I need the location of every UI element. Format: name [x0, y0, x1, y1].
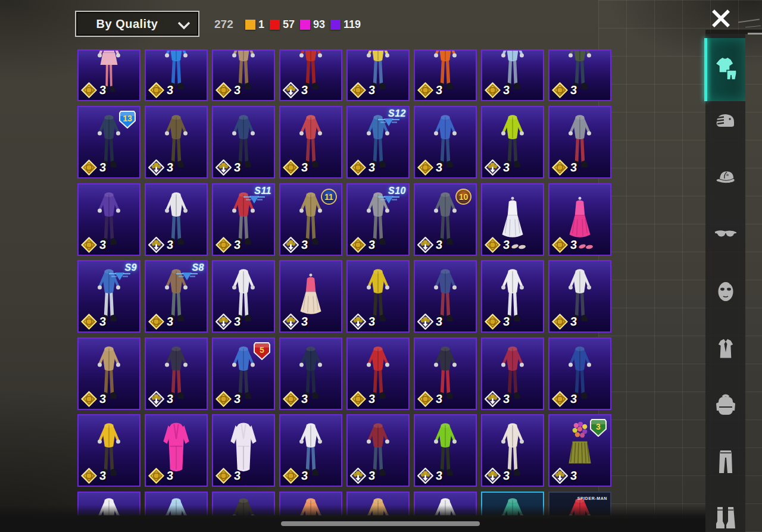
item-card[interactable]: 3 S9 [77, 260, 140, 333]
item-card[interactable]: 3 [346, 414, 410, 487]
item-card[interactable]: 3 [145, 106, 208, 179]
gold-coin-icon [283, 391, 299, 407]
item-card[interactable]: 3 [414, 414, 477, 487]
item-card[interactable]: 3 [414, 260, 477, 333]
item-cost: 3 [485, 237, 510, 253]
item-card[interactable]: 3 [548, 49, 611, 101]
item-count: 3 [99, 83, 107, 97]
item-card[interactable]: 3 [145, 337, 208, 410]
item-count: 3 [570, 238, 577, 252]
item-card[interactable]: 3 5 [212, 337, 275, 410]
sidebar-tab-glasses[interactable] [705, 214, 745, 256]
gold-coin-icon [552, 159, 568, 176]
item-card[interactable]: 3 [212, 260, 275, 333]
gold-coin-icon [485, 82, 501, 98]
item-card[interactable]: 3 [481, 337, 544, 410]
item-card[interactable]: 310 [414, 183, 477, 256]
item-count: 3 [166, 392, 174, 406]
item-card[interactable]: 3 [279, 260, 342, 333]
gold-coin-icon [81, 82, 97, 98]
item-card[interactable]: 3 [279, 414, 342, 487]
item-card[interactable]: 3 [346, 49, 410, 101]
season-wings-icon [175, 271, 199, 283]
item-cost: 3 [552, 82, 577, 98]
close-icon [710, 7, 732, 30]
item-card[interactable]: 3 [77, 183, 140, 256]
item-cost: 3 [350, 468, 375, 484]
gold-coin-icon [216, 468, 232, 484]
item-card[interactable]: 3 3 [548, 414, 611, 487]
item-count: 3 [570, 315, 577, 328]
horizontal-scrollbar[interactable] [281, 521, 480, 526]
sidebar-tab-masks[interactable] [705, 272, 745, 314]
item-card[interactable]: 3 [145, 183, 208, 256]
pants-icon [717, 449, 735, 477]
sidebar-tab-pants[interactable] [705, 442, 745, 484]
item-card[interactable]: 3 [481, 260, 544, 333]
rarity-swatch-epic [300, 20, 310, 30]
gold-coin-icon [552, 82, 568, 98]
item-cost: 3 [216, 159, 241, 176]
outfit-icon [714, 56, 738, 83]
item-card[interactable]: 3 13 [77, 106, 140, 179]
season-wings-icon [377, 195, 401, 206]
item-card[interactable]: 3 [212, 49, 275, 101]
item-card[interactable]: 3 [77, 49, 140, 101]
item-card[interactable]: 3 [77, 337, 140, 410]
gold-coin-icon [148, 314, 164, 330]
item-count: 3 [435, 83, 443, 97]
items-grid: 3 3 [0, 0, 705, 515]
item-card[interactable]: 3 [414, 106, 477, 179]
item-card[interactable]: 3 S11 [212, 183, 275, 256]
item-card[interactable]: 3 S12 [346, 106, 410, 179]
item-card[interactable]: 3 [481, 106, 544, 179]
item-card[interactable]: 3 [212, 414, 275, 487]
item-card[interactable]: 311 [279, 183, 342, 256]
item-cost: 3 [552, 237, 577, 253]
item-card[interactable]: 3 [414, 49, 477, 101]
svg-text:5: 5 [260, 345, 264, 355]
shirt-icon [714, 337, 737, 363]
scratch-decoration [748, 33, 762, 35]
item-card[interactable]: 3 [77, 414, 140, 487]
item-card[interactable]: 3 [548, 337, 611, 410]
item-card[interactable]: 3 [481, 183, 544, 256]
sidebar-tab-outfits[interactable] [705, 38, 745, 101]
item-card[interactable]: 3 S8 [145, 260, 208, 333]
item-cost: 3 [81, 237, 106, 253]
item-card[interactable]: 3 [548, 106, 611, 179]
item-card[interactable]: 3 [145, 414, 208, 487]
item-cost: 3 [417, 82, 442, 98]
item-card[interactable]: 3 [548, 260, 611, 333]
item-cost: 3 [81, 82, 106, 98]
gold-coin-icon [216, 391, 232, 407]
sidebar-tab-shirts[interactable] [705, 329, 745, 371]
item-cost: 3 [417, 159, 442, 176]
mask-icon [716, 280, 735, 305]
item-card[interactable]: 3 [414, 337, 477, 410]
item-card[interactable]: 3 [346, 260, 410, 333]
total-count: 272 [214, 18, 245, 31]
close-button[interactable] [708, 6, 733, 31]
item-cost: 3 [148, 159, 173, 176]
item-card[interactable]: 3 [212, 106, 275, 179]
item-card[interactable]: 3 [548, 183, 611, 256]
item-cost: 3 [417, 468, 442, 484]
item-card[interactable]: 3 [279, 106, 342, 179]
item-card[interactable]: 3 [481, 49, 544, 101]
sidebar-tab-backpacks[interactable] [705, 385, 745, 427]
token-icon [552, 468, 568, 484]
gold-coin-icon [350, 82, 366, 98]
sidebar-tab-helmets[interactable] [705, 101, 745, 143]
sort-dropdown[interactable]: By Quality [75, 11, 199, 37]
item-card[interactable]: 3 [346, 337, 410, 410]
sidebar-tab-shoes[interactable] [705, 498, 745, 532]
sidebar-tab-caps[interactable] [705, 158, 745, 199]
season-badge: S9 [101, 262, 137, 284]
item-cost: 3 [417, 237, 442, 253]
item-card[interactable]: 3 [279, 49, 342, 101]
item-card[interactable]: 3 [145, 49, 208, 101]
item-card[interactable]: 3 [481, 414, 544, 487]
item-card[interactable]: 3 [279, 337, 342, 410]
item-card[interactable]: 3 S10 [346, 183, 410, 256]
